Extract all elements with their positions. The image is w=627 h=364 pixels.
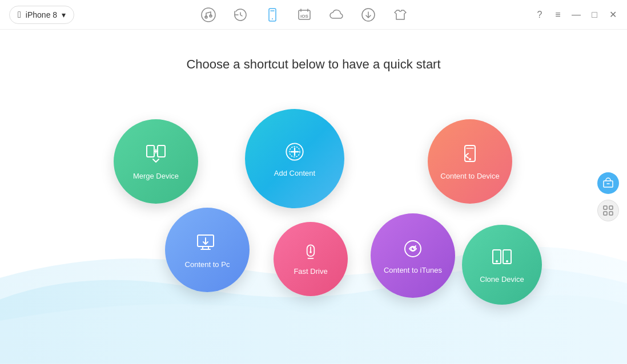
device-selector[interactable]:  iPhone 8 ▾: [9, 6, 74, 24]
svg-rect-9: [147, 145, 154, 157]
right-sidebar: [597, 172, 619, 221]
add-content-button[interactable]: Add Content: [245, 109, 344, 208]
menu-button[interactable]: ≡: [553, 10, 563, 20]
titlebar:  iPhone 8 ▾: [0, 0, 627, 30]
svg-point-18: [405, 241, 421, 257]
svg-rect-25: [604, 206, 607, 209]
svg-point-0: [202, 8, 215, 22]
svg-point-19: [411, 247, 415, 250]
svg-point-17: [310, 251, 312, 253]
svg-rect-28: [609, 212, 613, 215]
minimize-button[interactable]: —: [571, 10, 581, 20]
fast-drive-label: Fast Drive: [294, 267, 327, 277]
content-to-itunes-button[interactable]: Content to iTunes: [371, 213, 455, 298]
svg-rect-26: [609, 206, 613, 209]
device-toolbar-btn[interactable]: [264, 7, 280, 23]
svg-point-23: [506, 260, 508, 262]
grid-sidebar-button[interactable]: [597, 200, 619, 221]
cloud-toolbar-btn[interactable]: [328, 7, 344, 23]
maximize-button[interactable]: □: [589, 10, 600, 20]
fast-drive-button[interactable]: Fast Drive: [274, 222, 348, 296]
svg-text:iOS: iOS: [300, 14, 308, 19]
download-toolbar-btn[interactable]: [360, 7, 376, 23]
content-to-itunes-label: Content to iTunes: [384, 266, 442, 276]
close-button[interactable]: ✕: [608, 10, 618, 20]
history-toolbar-btn[interactable]: [232, 7, 248, 23]
svg-point-5: [272, 18, 273, 19]
window-controls: ? ≡ — □ ✕: [534, 10, 618, 20]
svg-rect-10: [158, 145, 165, 157]
shortcuts-layout: Merge Device Add Content Co: [79, 102, 548, 319]
merge-device-button[interactable]: Merge Device: [114, 119, 198, 204]
content-to-device-label: Content to Device: [440, 172, 499, 181]
add-content-label: Add Content: [274, 169, 315, 179]
toolbar: iOS: [200, 7, 408, 23]
device-name: iPhone 8: [26, 10, 57, 19]
help-button[interactable]: ?: [534, 10, 545, 20]
toolkit-toolbar-btn[interactable]: [392, 7, 408, 23]
svg-point-22: [496, 260, 498, 262]
content-to-pc-label: Content to Pc: [185, 260, 230, 270]
ios-toolbar-btn[interactable]: iOS: [296, 7, 312, 23]
content-to-device-button[interactable]: Content to Device: [428, 119, 512, 204]
merge-device-label: Merge Device: [133, 172, 179, 181]
page-title: Choose a shortcut below to have a quick …: [0, 30, 627, 72]
content-to-pc-button[interactable]: Content to Pc: [165, 208, 250, 292]
apple-icon: : [18, 10, 21, 20]
main-content: Choose a shortcut below to have a quick …: [0, 30, 627, 364]
chevron-down-icon: ▾: [62, 10, 66, 19]
clone-device-button[interactable]: Clone Device: [462, 225, 542, 305]
music-toolbar-btn[interactable]: [200, 7, 216, 23]
toolkit-sidebar-button[interactable]: [597, 172, 619, 194]
svg-rect-27: [604, 212, 607, 215]
shortcuts-container: Merge Device Add Content Co: [0, 72, 627, 349]
clone-device-label: Clone Device: [480, 275, 524, 285]
svg-point-14: [469, 158, 471, 160]
